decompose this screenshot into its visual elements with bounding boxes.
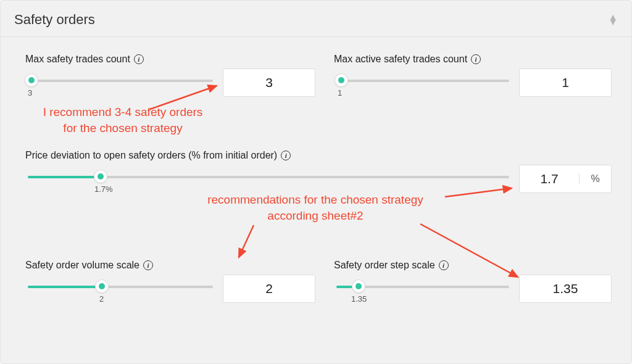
panel-body: Max safety trades count i 3 3 Max active… (1, 39, 631, 363)
info-icon[interactable]: i (471, 54, 481, 64)
max-active-safety-trades-label: Max active safety trades count i (334, 54, 481, 65)
arrow-icon (445, 186, 525, 204)
input-value: 1 (562, 75, 569, 90)
step-scale-input[interactable]: 1.35 (519, 275, 612, 303)
unit-label: % (579, 173, 611, 184)
slider-thumb[interactable] (25, 74, 38, 86)
arrow-icon (230, 225, 267, 268)
slider-tick: 3 (28, 88, 32, 97)
slider-thumb[interactable] (335, 74, 347, 86)
input-value: 1.7 (540, 172, 558, 186)
volume-scale-slider[interactable]: 2 (28, 279, 213, 293)
slider-thumb[interactable] (352, 280, 365, 292)
panel-title: Safety orders (14, 12, 95, 28)
label-text: Safety order step scale (334, 260, 435, 271)
slider-tick: 1.7% (94, 184, 113, 194)
input-value: 2 (265, 281, 273, 296)
volume-scale-input[interactable]: 2 (223, 275, 315, 303)
slider-fill (28, 176, 101, 178)
annotation-line: for the chosen strategy (24, 120, 222, 136)
slider-thumb[interactable] (94, 170, 107, 183)
label-text: Safety order volume scale (25, 260, 139, 271)
slider-tick: 1.35 (351, 294, 367, 304)
collapse-icon[interactable]: ▲▼ (608, 15, 618, 25)
slider-fill (28, 286, 102, 288)
info-icon[interactable]: i (439, 260, 449, 270)
info-icon[interactable]: i (281, 151, 291, 160)
volume-scale-label: Safety order volume scale i (25, 260, 153, 271)
price-deviation-input[interactable]: 1.7 % (519, 165, 612, 193)
info-icon[interactable]: i (143, 260, 153, 270)
svg-line-2 (239, 225, 254, 257)
svg-line-1 (445, 188, 512, 197)
safety-orders-panel: Safety orders ▲▼ Max safety trades count… (0, 0, 632, 364)
annotation-sheet2: recommendations for the chosen strategy … (186, 192, 445, 223)
input-value: 1.35 (553, 281, 578, 296)
slider-tick: 2 (99, 294, 104, 304)
max-active-safety-trades-slider[interactable]: 1 (336, 73, 509, 87)
slider-track (336, 80, 509, 82)
step-scale-label: Safety order step scale i (334, 260, 449, 271)
step-scale-slider[interactable]: 1.35 (336, 279, 509, 293)
annotation-line: I recommend 3-4 safety orders (24, 104, 222, 120)
panel-header[interactable]: Safety orders ▲▼ (1, 1, 631, 37)
slider-tick: 1 (338, 88, 342, 97)
annotation-line: according sheet#2 (186, 208, 445, 224)
input-value: 3 (265, 75, 273, 90)
price-deviation-label: Price deviation to open safety orders (%… (25, 150, 291, 161)
label-text: Max safety trades count (25, 54, 130, 65)
slider-thumb[interactable] (96, 280, 108, 292)
annotation-line: recommendations for the chosen strategy (186, 192, 445, 208)
label-text: Price deviation to open safety orders (%… (25, 150, 277, 161)
max-active-safety-trades-input[interactable]: 1 (519, 68, 612, 97)
price-deviation-slider[interactable]: 1.7% (28, 170, 509, 183)
max-safety-trades-input[interactable]: 3 (223, 68, 315, 97)
info-icon[interactable]: i (134, 54, 144, 64)
max-safety-trades-label: Max safety trades count i (25, 54, 144, 65)
label-text: Max active safety trades count (334, 54, 467, 65)
annotation-recommend-orders: I recommend 3-4 safety orders for the ch… (24, 104, 222, 136)
